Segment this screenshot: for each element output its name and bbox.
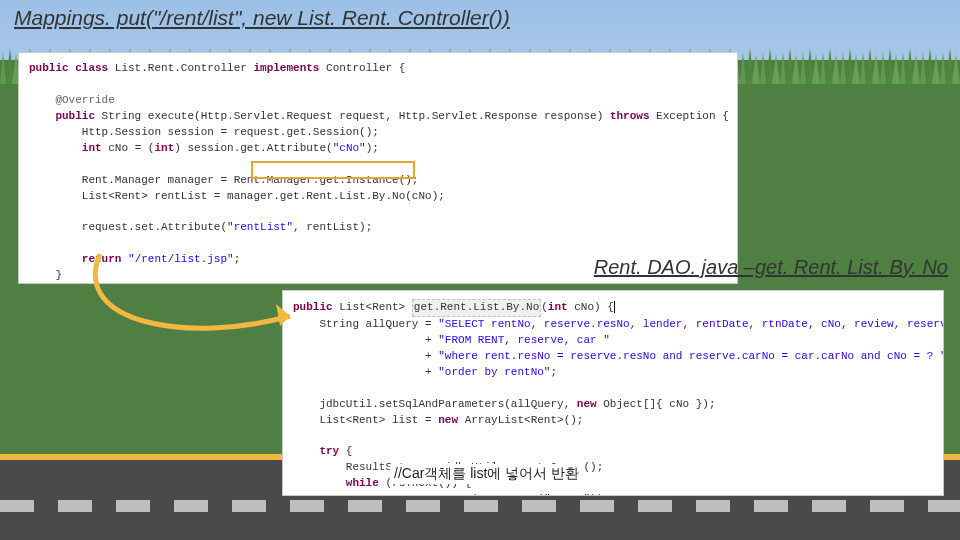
code-panel-dao: public List<Rent> get.Rent.List.By.No(in…	[282, 290, 944, 496]
korean-note: //Car객체를 list에 넣어서 반환	[390, 464, 583, 484]
method-name-box: get.Rent.List.By.No	[412, 299, 541, 317]
code-panel-controller: public class List.Rent.Controller implem…	[18, 52, 738, 284]
page-title: Mappings. put("/rent/list", new List. Re…	[14, 6, 510, 30]
road-dashes	[0, 500, 960, 512]
subtitle-dao: Rent. DAO. java –get. Rent. List. By. No	[594, 256, 948, 279]
